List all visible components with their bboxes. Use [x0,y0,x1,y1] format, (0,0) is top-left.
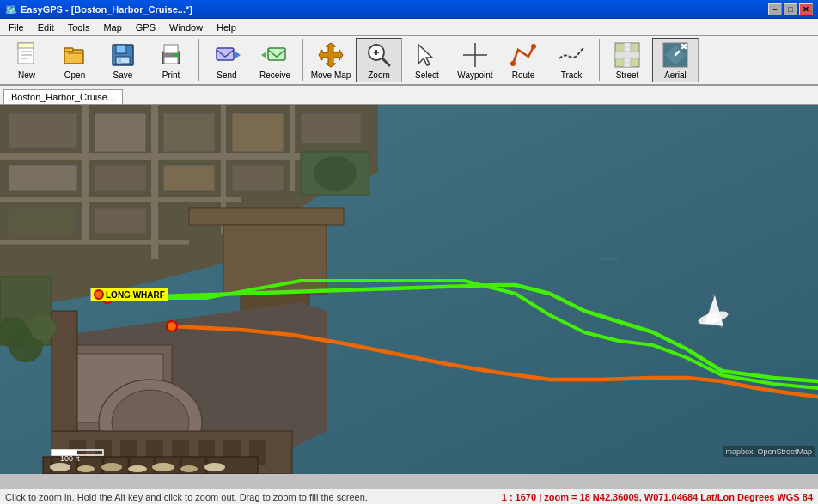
route-label: Route [512,70,535,80]
map-container[interactable]: 100 ft LONG WHARF mapbox, OpenStreetMap [0,105,818,474]
title-bar-left: 🗺️ EasyGPS - [Boston_Harbor_Cruise...*] [5,4,192,15]
toolbar-route-button[interactable]: Route [500,38,546,82]
svg-point-91 [77,465,95,472]
map-attribution: mapbox, OpenStreetMap [723,446,815,457]
menu-bar: File Edit Tools Map GPS Window Help [0,19,818,36]
new-icon [13,41,40,69]
svg-rect-31 [615,52,639,58]
track-label: Track [561,70,583,80]
svg-rect-49 [232,113,284,152]
toolbar-zoom-button[interactable]: Zoom [356,38,402,82]
svg-point-95 [180,465,198,472]
toolbar-aerial-button[interactable]: Aerial [652,38,699,82]
menu-window[interactable]: Window [162,21,210,34]
waypoint-marker [94,289,104,300]
title-text: EasyGPS - [Boston_Harbor_Cruise...*] [21,4,192,15]
tab-bar: Boston_Harbor_Cruise... [0,86,818,105]
svg-marker-24 [418,45,432,65]
waypoint-label: Waypoint [457,70,492,80]
toolbar-send-button[interactable]: Send [204,38,250,82]
svg-point-92 [101,463,122,471]
street-icon [614,41,641,69]
svg-point-80 [30,315,56,341]
save-label: Save [113,70,133,80]
status-hint: Click to zoom in. Hold the Alt key and c… [5,492,368,502]
open-icon [61,41,89,69]
movemap-label: Move Map [311,70,351,80]
toolbar-separator-1 [198,39,199,81]
svg-rect-13 [164,45,178,53]
toolbar-open-button[interactable]: Open [52,38,98,82]
svg-rect-50 [301,113,361,143]
street-label: Street [616,70,639,80]
toolbar-track-button[interactable]: Track [548,38,595,82]
menu-map[interactable]: Map [96,21,128,34]
svg-rect-14 [164,57,178,64]
svg-text:100 ft: 100 ft [60,454,80,463]
menu-gps[interactable]: GPS [129,21,162,34]
menu-help[interactable]: Help [210,21,243,34]
svg-rect-18 [268,48,285,60]
select-icon [413,41,441,69]
send-label: Send [217,70,236,80]
svg-rect-48 [163,113,215,152]
svg-point-96 [204,463,225,471]
svg-marker-19 [261,52,266,58]
aerial-label: Aerial [664,70,687,80]
maximize-button[interactable]: □ [784,3,797,15]
print-icon [157,41,185,69]
svg-rect-1 [18,43,34,48]
save-icon [109,41,137,69]
svg-rect-55 [9,208,77,234]
send-icon [213,41,241,69]
print-label: Print [162,70,180,80]
toolbar-movemap-button[interactable]: Move Map [308,38,354,82]
svg-rect-52 [95,165,146,191]
long-wharf-label: LONG WHARF [90,288,168,301]
svg-rect-16 [217,48,234,60]
toolbar-separator-3 [599,39,600,81]
status-bar: Click to zoom in. Hold the Alt key and c… [0,489,818,504]
svg-point-27 [510,61,516,66]
svg-rect-9 [116,45,126,53]
title-bar: 🗺️ EasyGPS - [Boston_Harbor_Cruise...*] … [0,0,818,19]
svg-rect-47 [95,113,146,152]
menu-tools[interactable]: Tools [61,21,97,34]
aerial-icon [662,41,689,69]
toolbar-save-button[interactable]: Save [100,38,146,82]
toolbar-select-button[interactable]: Select [404,38,450,82]
svg-rect-54 [232,165,284,191]
svg-rect-60 [189,208,344,225]
close-button[interactable]: ✕ [799,3,813,15]
svg-rect-11 [118,58,121,64]
svg-point-93 [128,465,147,472]
waypoint-icon [461,41,489,69]
toolbar-print-button[interactable]: Print [148,38,194,82]
toolbar-new-button[interactable]: New [3,38,50,82]
svg-point-58 [314,156,357,191]
toolbar-street-button[interactable]: Street [604,38,650,82]
menu-file[interactable]: File [2,21,31,34]
svg-rect-6 [64,48,73,52]
status-coordinates: 1 : 1670 | zoom = 18 N42.36009, W071.046… [502,492,813,502]
svg-rect-51 [9,165,77,191]
long-wharf-text: LONG WHARF [106,290,165,300]
svg-rect-46 [9,113,77,148]
app-icon: 🗺️ [5,4,17,15]
toolbar-waypoint-button[interactable]: Waypoint [452,38,498,82]
tab-label: Boston_Harbor_Cruise... [11,92,115,102]
svg-rect-56 [95,208,146,234]
new-label: New [18,70,35,80]
receive-icon [261,41,289,69]
svg-line-21 [382,58,389,65]
svg-marker-17 [235,52,241,58]
toolbar: New Open Save [0,36,818,86]
route-icon [510,41,537,69]
minimize-button[interactable]: − [768,3,782,15]
toolbar-receive-button[interactable]: Receive [252,38,298,82]
map-background: 100 ft LONG WHARF mapbox, OpenStreetMap [0,105,818,474]
toolbar-separator-2 [302,39,303,81]
menu-edit[interactable]: Edit [31,21,61,34]
map-tab[interactable]: Boston_Harbor_Cruise... [3,89,123,104]
svg-point-94 [152,463,174,471]
